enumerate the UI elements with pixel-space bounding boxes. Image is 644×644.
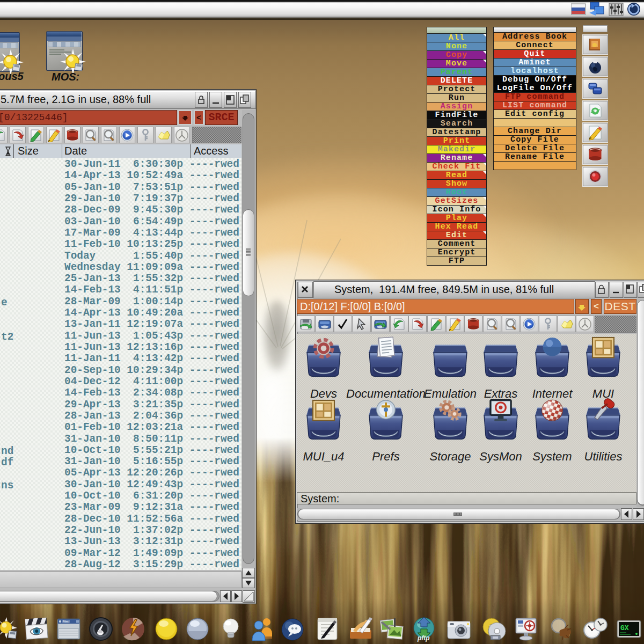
svg-text:pftp: pftp	[417, 634, 430, 642]
svg-text:Files: Files	[63, 620, 69, 623]
svg-text:GX: GX	[620, 624, 629, 632]
